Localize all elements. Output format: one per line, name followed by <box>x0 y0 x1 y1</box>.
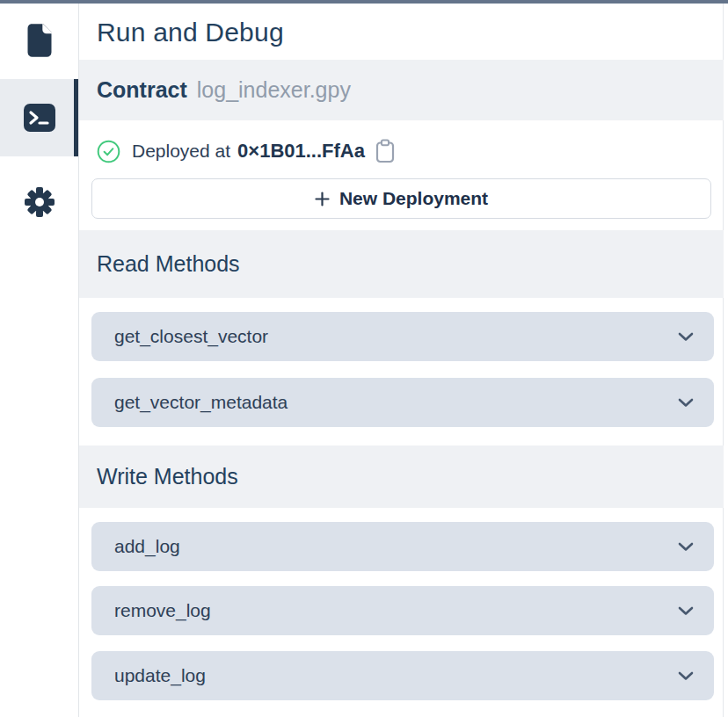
contract-address: 0×1B01...FfAa <box>237 140 365 163</box>
method-label: get_vector_metadata <box>114 392 288 413</box>
check-circle-icon <box>97 140 120 163</box>
method-label: remove_log <box>114 600 211 621</box>
sidebar-item-files[interactable] <box>0 16 78 65</box>
deployment-status-row: Deployed at 0×1B01...FfAa <box>97 134 396 169</box>
method-row-get-vector-metadata[interactable]: get_vector_metadata <box>91 378 714 427</box>
section-header-read-methods: Read Methods <box>79 230 724 298</box>
gear-icon <box>23 185 56 219</box>
sidebar-item-run-debug[interactable] <box>0 79 78 156</box>
method-label: add_log <box>114 536 180 557</box>
chevron-down-icon <box>678 332 694 342</box>
method-row-remove-log[interactable]: remove_log <box>91 586 714 635</box>
write-methods-title: Write Methods <box>97 464 238 489</box>
method-row-update-log[interactable]: update_log <box>91 651 714 700</box>
active-item-accent-bar <box>74 79 78 156</box>
new-deployment-button[interactable]: New Deployment <box>91 178 711 219</box>
method-label: get_closest_vector <box>114 326 268 347</box>
contract-filename: log_indexer.gpy <box>197 77 351 103</box>
method-row-get-closest-vector[interactable]: get_closest_vector <box>91 312 714 361</box>
chevron-down-icon <box>678 398 694 408</box>
sidebar-item-settings[interactable] <box>0 177 78 227</box>
chevron-down-icon <box>678 606 694 616</box>
activity-bar <box>0 4 79 717</box>
method-label: update_log <box>114 665 206 686</box>
terminal-icon <box>23 103 56 133</box>
file-icon <box>24 22 55 59</box>
contract-label: Contract <box>97 77 187 103</box>
clipboard-copy-icon[interactable] <box>375 139 396 163</box>
chevron-down-icon <box>678 671 694 681</box>
method-row-add-log[interactable]: add_log <box>91 522 714 571</box>
plus-icon <box>315 192 330 206</box>
section-header-write-methods: Write Methods <box>79 445 724 508</box>
page-title: Run and Debug <box>97 12 284 53</box>
contract-header: Contract log_indexer.gpy <box>79 60 724 120</box>
read-methods-title: Read Methods <box>97 251 240 277</box>
chevron-down-icon <box>678 542 694 552</box>
new-deployment-label: New Deployment <box>339 188 488 209</box>
deployed-at-label: Deployed at <box>132 141 230 162</box>
run-and-debug-panel: Run and Debug Contract log_indexer.gpy D… <box>79 4 724 717</box>
